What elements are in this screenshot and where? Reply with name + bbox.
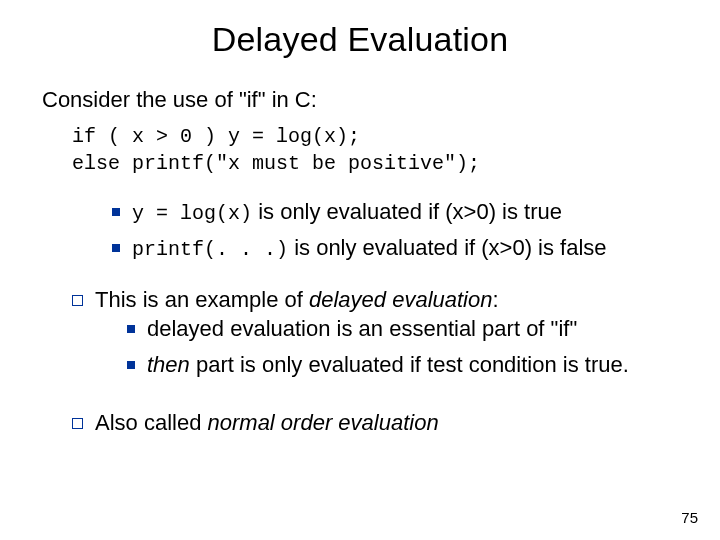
bullet-text: then part is only evaluated if test cond… [147, 350, 678, 380]
square-bullet-icon [127, 325, 135, 333]
bullet-group-1: y = log(x) is only evaluated if (x>0) is… [112, 197, 678, 263]
intro-text: Consider the use of "if" in C: [42, 85, 678, 115]
bullet-text: y = log(x) is only evaluated if (x>0) is… [132, 197, 678, 227]
inline-code: printf(. . .) [132, 238, 288, 261]
hollow-square-bullet-icon [72, 295, 83, 306]
square-bullet-icon [112, 208, 120, 216]
slide: Delayed Evaluation Consider the use of "… [0, 0, 720, 540]
list-item: delayed evaluation is an essential part … [127, 314, 678, 344]
bullet-text-rest: is only evaluated if (x>0) is true [252, 199, 562, 224]
list-item: This is an example of delayed evaluation… [72, 285, 678, 386]
bullet-group-2: This is an example of delayed evaluation… [72, 285, 678, 438]
bullet-text: Also called normal order evaluation [95, 408, 678, 438]
para-pre: Also called [95, 410, 208, 435]
list-item: Also called normal order evaluation [72, 408, 678, 438]
bullet-text: printf(. . .) is only evaluated if (x>0)… [132, 233, 678, 263]
bullet-text: delayed evaluation is an essential part … [147, 314, 678, 344]
square-bullet-icon [127, 361, 135, 369]
hollow-square-bullet-icon [72, 418, 83, 429]
para-pre: This is an example of [95, 287, 309, 312]
sub-bullets: delayed evaluation is an essential part … [127, 314, 678, 379]
page-number: 75 [681, 509, 698, 526]
list-item: then part is only evaluated if test cond… [127, 350, 678, 380]
para-em: then [147, 352, 190, 377]
list-item: printf(. . .) is only evaluated if (x>0)… [112, 233, 678, 263]
para-em: delayed evaluation [309, 287, 492, 312]
slide-title: Delayed Evaluation [0, 0, 720, 65]
list-item: y = log(x) is only evaluated if (x>0) is… [112, 197, 678, 227]
slide-content: Consider the use of "if" in C: if ( x > … [0, 65, 720, 437]
square-bullet-icon [112, 244, 120, 252]
para-rest: part is only evaluated if test condition… [190, 352, 629, 377]
code-block: if ( x > 0 ) y = log(x); else printf("x … [72, 123, 678, 177]
bullet-text-rest: is only evaluated if (x>0) is false [288, 235, 607, 260]
para-em: normal order evaluation [208, 410, 439, 435]
bullet-text: This is an example of delayed evaluation… [95, 285, 678, 386]
para-post: : [492, 287, 498, 312]
inline-code: y = log(x) [132, 202, 252, 225]
